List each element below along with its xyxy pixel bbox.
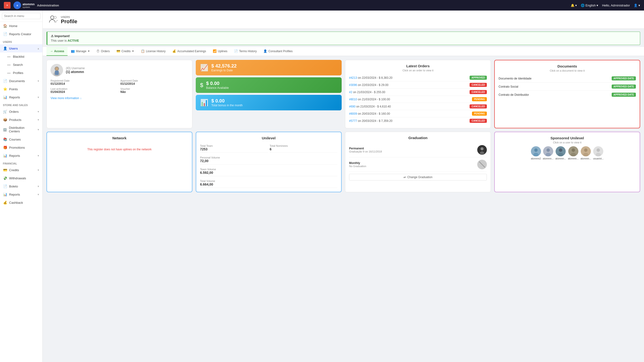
sidebar-item-blacklist[interactable]: — Blacklist — [0, 52, 42, 60]
sidebar-item-reports-users[interactable]: 📊 Reports ▼ — [0, 93, 42, 101]
total-nominees-item: Total Nominees 6 — [270, 143, 338, 153]
language-selector[interactable]: 🌐 English ▾ — [581, 3, 598, 7]
chevron-down-icon: ▼ — [88, 50, 90, 52]
sidebar-item-reports-store[interactable]: 📊 Reports ▼ — [0, 152, 42, 160]
sidebar-item-label: Products — [9, 118, 21, 122]
order-row[interactable]: #2 on 21/03/2024 - $ 255.00 CANCELED — [349, 89, 487, 96]
sponsor-item[interactable]: atommn... — [543, 146, 554, 160]
sponsor-item[interactable]: usuariot... — [593, 146, 604, 160]
sponsor-name: atommn... — [555, 157, 566, 160]
sidebar-item-distribution[interactable]: 🏢 Distribution Centers ▼ — [0, 124, 42, 135]
svg-point-0 — [50, 16, 54, 19]
sidebar-item-points[interactable]: ⭐ Points — [0, 85, 42, 93]
tab-accumulated-earnings[interactable]: 💰 Accumulated Earnings — [169, 47, 210, 56]
order-row[interactable]: #8009 on 20/03/2024 - $ 160.00 PENDING — [349, 110, 487, 117]
sidebar-search-input[interactable] — [2, 13, 40, 19]
sidebar-item-boleto[interactable]: 📄 Boleto ▼ — [0, 182, 42, 190]
sidebar-item-documents[interactable]: 📄 Documents ▼ — [0, 77, 42, 85]
sponsor-item[interactable]: atommn... — [568, 146, 578, 160]
sponsor-avatar — [531, 146, 541, 156]
order-row[interactable]: #8010 on 21/03/2024 - $ 100.00 PENDING — [349, 96, 487, 103]
status-badge: CANCELED — [470, 90, 487, 94]
doc-name: Contrato Social — [498, 85, 518, 88]
view-more-button[interactable]: View more information ↓ — [50, 96, 188, 100]
points-icon: ⭐ — [3, 87, 7, 91]
chevron-down-icon: ▼ — [37, 80, 40, 82]
arrow-down-icon: ↓ — [80, 96, 82, 100]
tab-license-history[interactable]: 📋 License History — [138, 47, 169, 56]
sidebar-item-promotions[interactable]: 🎁 Promotions — [0, 143, 42, 152]
sponsor-avatar — [543, 146, 553, 156]
svg-point-14 — [534, 148, 538, 152]
order-row[interactable]: #690 on 21/03/2024 - $ 4,610.40 CANCELED — [349, 103, 487, 110]
manage-icon: 👥 — [71, 49, 75, 53]
chevron-down-icon: ▼ — [37, 185, 40, 188]
sidebar-item-reports-creator[interactable]: 📄 Reports Creator — [0, 30, 42, 38]
sponsor-name: atommn... — [543, 157, 554, 160]
sponsor-item[interactable]: atommn... — [555, 146, 566, 160]
sponsor-item[interactable]: atommn2 — [531, 146, 541, 160]
home-icon: 🏠 — [3, 24, 7, 28]
doc-row[interactable]: Contrato de Distribuidor APPROVED DATE — [498, 91, 636, 99]
tab-terms-history[interactable]: 📄 Terms History — [231, 47, 260, 56]
tab-uplines[interactable]: 📶 Uplines — [210, 47, 231, 56]
sidebar-item-label: Withdrawals — [9, 176, 26, 180]
earnings-label: Earnings to Date — [211, 69, 237, 72]
tab-consultant-profiles[interactable]: 👤 Consultant Profiles — [260, 47, 296, 56]
sidebar-item-credits[interactable]: 💳 Credits ▼ — [0, 166, 42, 174]
sidebar-item-reports-financial[interactable]: 📊 Reports ▼ — [0, 190, 42, 198]
earnings-cards: 📈 $ 42,576.22 Earnings to Date $ $ 0.00 … — [196, 60, 342, 128]
doc-status-badge: APPROVED DATE — [612, 93, 636, 97]
user-profile-top: (ID) Username (1) atommn — [50, 64, 188, 76]
sponsored-unilevel-card: Sponsored Unilevel Click on a user to vi… — [494, 132, 640, 192]
doc-row[interactable]: Contrato Social APPROVED DATE — [498, 83, 636, 91]
svg-point-1 — [54, 16, 56, 19]
tab-access[interactable]: → Access — [46, 47, 68, 56]
boleto-icon: 📄 — [3, 184, 7, 188]
close-button[interactable]: × — [4, 2, 10, 8]
sidebar-item-cashback[interactable]: 💰 Cashback — [0, 198, 42, 207]
sponsor-name: usuariot... — [593, 157, 604, 160]
sidebar-item-label: Home — [9, 24, 18, 28]
change-graduation-button[interactable]: ⇌ Change Graduation — [349, 174, 487, 181]
graduation-card-title: Graduation — [349, 136, 487, 140]
order-row[interactable]: #5777 on 20/03/2024 - $ 7,359.20 CANCELE… — [349, 117, 487, 124]
sidebar-item-home[interactable]: 🏠 Home — [0, 22, 42, 30]
notification-bell[interactable]: 🔔 ▾ — [571, 3, 577, 7]
sidebar-item-label: Profiles — [13, 71, 23, 75]
orders-card-subtitle: Click on an order to view it — [349, 69, 487, 72]
tab-orders[interactable]: 🗒 Orders — [93, 47, 113, 56]
license-icon: 📋 — [141, 49, 145, 53]
sidebar-item-label: Courses — [9, 138, 20, 141]
doc-row[interactable]: Documento de Identidade APPROVED DATE — [498, 74, 636, 83]
page-title: Profile — [61, 18, 77, 25]
user-menu-icon[interactable]: 👤 ▾ — [634, 3, 640, 7]
total-team-item: Total Team 7253 — [200, 143, 268, 153]
products-icon: 📦 — [3, 118, 7, 122]
sidebar-section-financial: Financial — [0, 160, 42, 166]
sidebar-item-withdrawals[interactable]: 💸 Withdrawals — [0, 174, 42, 182]
sidebar-item-products[interactable]: 📦 Products ▼ — [0, 116, 42, 124]
docs-card-title: Documents — [498, 64, 636, 68]
tab-credits[interactable]: 💳 Credits ▼ — [113, 47, 138, 56]
uplines-icon: 📶 — [213, 49, 216, 53]
sidebar-item-profiles[interactable]: — Profiles — [0, 69, 42, 77]
bar-chart-icon: 📊 — [200, 99, 208, 106]
sidebar-item-orders[interactable]: 🛒 Orders ▼ — [0, 107, 42, 116]
dash-icon: — — [7, 63, 11, 66]
graduation-monthly: Monthly No Graduation — [349, 157, 487, 172]
latest-orders-card: Latest Orders Click on an order to view … — [345, 60, 491, 128]
reports-creator-icon: 📄 — [3, 32, 7, 36]
order-row[interactable]: #3096 on 22/03/2024 - $ 29.00 CANCELED — [349, 81, 487, 89]
tab-manage[interactable]: 👥 Manage ▼ — [68, 47, 93, 56]
docs-list: Documento de Identidade APPROVED DATE Co… — [498, 74, 636, 99]
order-row[interactable]: #4213 on 22/03/2024 - $ 8,383.20 APPROVE… — [349, 74, 487, 81]
sidebar-item-courses[interactable]: 📚 Courses — [0, 135, 42, 143]
sidebar-item-search[interactable]: — Search — [0, 60, 42, 69]
refresh-icon: ⇌ — [404, 175, 406, 179]
content-area: (ID) Username (1) atommn Registered Date… — [43, 56, 644, 196]
sponsor-item[interactable]: atommn... — [580, 146, 591, 160]
svg-point-7 — [55, 67, 58, 70]
users-icon: 👤 — [3, 46, 7, 50]
sidebar-item-users[interactable]: 👤 Users ▲ — [0, 44, 42, 52]
